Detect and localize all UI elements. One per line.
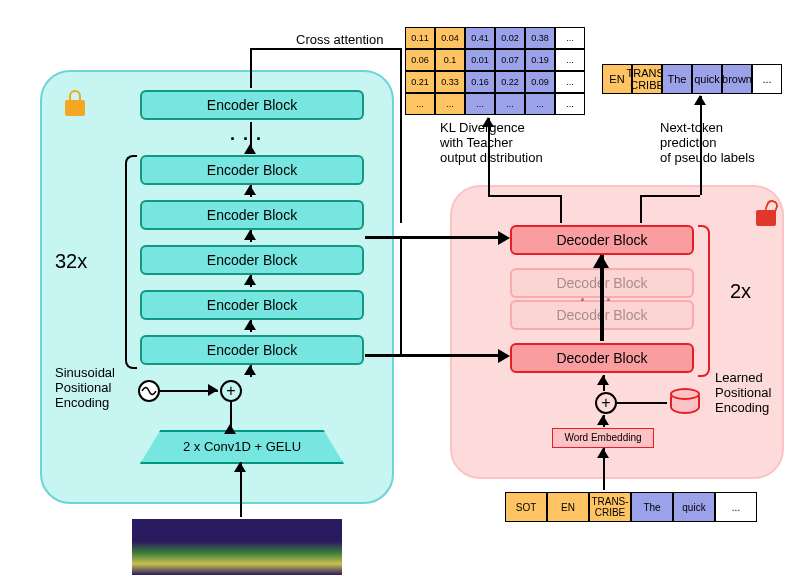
multiplier-label: 32x	[55, 250, 87, 273]
attention-matrix: 0.110.040.410.020.38...0.060.10.010.070.…	[405, 27, 585, 115]
conv-block: 2 x Conv1D + GELU	[140, 430, 344, 464]
ellipsis-icon: . .	[580, 285, 619, 306]
word-embedding: Word Embedding	[552, 428, 654, 448]
unlock-icon	[756, 210, 776, 226]
encoder-block: Encoder Block	[140, 290, 364, 320]
add-icon: +	[595, 392, 617, 414]
sine-icon	[138, 380, 160, 402]
encoder-block: Encoder Block	[140, 245, 364, 275]
cross-attention-label: Cross attention	[296, 32, 383, 47]
encoder-block: Encoder Block	[140, 335, 364, 365]
decoder-block: Decoder Block	[510, 225, 694, 255]
input-tokens: SOTENTRANS- CRIBEThequick...	[505, 492, 757, 522]
brace-icon	[125, 155, 137, 369]
output-tokens: ENTRANS- CRIBEThequickbrown...	[602, 64, 782, 94]
decoder-block: Decoder Block	[510, 343, 694, 373]
cylinder-icon	[670, 390, 700, 414]
lpe-label: Learned Positional Encoding	[715, 370, 771, 415]
encoder-block: Encoder Block	[140, 90, 364, 120]
sinpe-label: Sinusoidal Positional Encoding	[55, 365, 115, 410]
brace-icon	[698, 225, 710, 377]
multiplier-label: 2x	[730, 280, 751, 303]
nexttoken-label: Next-token prediction of pseudo labels	[660, 120, 755, 165]
lock-icon	[65, 100, 85, 116]
encoder-block: Encoder Block	[140, 155, 364, 185]
spectrogram	[132, 519, 342, 575]
encoder-block: Encoder Block	[140, 200, 364, 230]
add-icon: +	[220, 380, 242, 402]
